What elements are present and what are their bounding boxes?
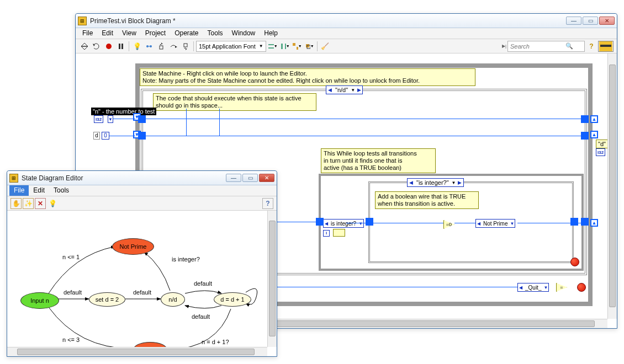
main-titlebar: ⊞ PrimeTest.vi Block Diagram * — ▭ ✕ <box>76 14 617 28</box>
svg-marker-10 <box>160 42 163 45</box>
tunnel-3[interactable] <box>316 218 324 226</box>
menu-edit[interactable]: Edit <box>97 28 118 39</box>
shift-reg-right-2[interactable]: ▲ <box>590 131 598 138</box>
tunnel-4[interactable] <box>366 218 373 226</box>
distribute-button[interactable]: ▼ <box>279 41 290 52</box>
state-input-n[interactable]: Input n <box>20 292 59 309</box>
search-input[interactable] <box>510 43 565 50</box>
font-selector[interactable]: 15pt Application Font ▼ <box>196 41 266 52</box>
editor-titlebar: ⊞ State Diagram Editor — ▭ ✕ <box>7 171 277 185</box>
case-selector-inner[interactable]: ◀ "is integer?" ▼ ▶ <box>407 178 464 187</box>
tunnel-5[interactable] <box>570 218 578 226</box>
terminal-d[interactable]: d <box>93 132 100 140</box>
editor-close-button[interactable]: ✕ <box>259 174 274 182</box>
new-transition-button[interactable]: ✨ <box>23 198 34 209</box>
abort-button[interactable] <box>103 41 114 52</box>
state-dd1[interactable]: d = d + 1 <box>214 292 251 307</box>
svg-rect-18 <box>293 43 295 46</box>
vi-icon[interactable] <box>598 41 614 52</box>
retain-wire-button[interactable] <box>144 41 155 52</box>
case-selector-outer[interactable]: ◀ "n/d" ▼ ▶ <box>326 85 363 94</box>
menu-operate[interactable]: Operate <box>170 28 203 39</box>
menu-view[interactable]: View <box>118 28 141 39</box>
run-button[interactable] <box>79 41 90 52</box>
n-dropdown-icon[interactable]: ▼ <box>108 115 113 123</box>
editor-menu-tools[interactable]: Tools <box>49 185 73 196</box>
editor-scrollbar-h[interactable] <box>7 347 267 356</box>
label-n-le-1: n <= 1 <box>62 254 80 260</box>
step-out-button[interactable] <box>180 41 191 52</box>
editor-help-button[interactable]: ? <box>262 198 273 209</box>
search-icon: 🔍 <box>565 42 573 50</box>
highlight-button[interactable]: 💡 <box>131 41 142 52</box>
delete-button[interactable]: ✕ <box>35 198 46 209</box>
shift-reg-right-1[interactable]: ▲ <box>590 115 598 123</box>
constant-zero[interactable]: 0 <box>102 132 109 140</box>
editor-scrollbar-v[interactable] <box>267 211 277 347</box>
tunnel-7[interactable] <box>581 115 589 123</box>
comment-code-space: The code that should execute when this s… <box>153 93 316 111</box>
editor-menu-edit[interactable]: Edit <box>29 185 49 196</box>
search-box[interactable]: 🔍 <box>507 41 585 52</box>
reorder-button[interactable]: ▼ <box>304 41 315 52</box>
node-not-prime[interactable]: ◀ Not Prime ▼ <box>475 219 515 228</box>
tunnel-1[interactable] <box>138 115 146 123</box>
cleanup-button[interactable]: 🧹 <box>320 41 331 52</box>
editor-maximize-button[interactable]: ▭ <box>242 174 258 182</box>
ring-left-icon[interactable]: ◀ <box>324 221 329 226</box>
quit-dropdown-icon[interactable]: ▼ <box>543 285 548 290</box>
tunnel-2[interactable] <box>138 132 146 140</box>
terminal-n-i32[interactable]: I32 <box>94 115 103 123</box>
menu-window[interactable]: Window <box>228 28 260 39</box>
node-is-integer[interactable]: ◀ is integer? ▼ <box>323 219 364 228</box>
menu-file[interactable]: File <box>78 28 97 39</box>
minimize-button[interactable]: — <box>566 17 581 25</box>
run-cont-button[interactable] <box>91 41 102 52</box>
iteration-terminal[interactable]: i <box>323 230 330 237</box>
svg-rect-15 <box>268 47 274 49</box>
terminal-d-i32[interactable]: I32 <box>596 148 605 156</box>
editor-menu-file[interactable]: File <box>9 185 29 196</box>
new-state-button[interactable]: ✋ <box>10 198 22 209</box>
editor-menubar: File Edit Tools <box>7 185 277 196</box>
step-into-button[interactable] <box>156 41 167 52</box>
svg-rect-23 <box>600 45 611 47</box>
editor-minimize-button[interactable]: — <box>226 174 241 182</box>
font-selector-label: 15pt Application Font <box>199 43 256 50</box>
menu-tools[interactable]: Tools <box>203 28 228 39</box>
outer-stop-terminal[interactable] <box>577 283 586 292</box>
main-scrollbar-v[interactable] <box>607 53 617 319</box>
help-button[interactable]: ? <box>586 41 597 52</box>
idea-button[interactable]: 💡 <box>47 198 58 209</box>
inner-case-next-icon[interactable]: ▶ <box>457 180 463 185</box>
increment-node[interactable] <box>333 229 345 237</box>
state-diagram-canvas[interactable]: Input n set d = 2 n/d d = d + 1 Not Prim… <box>7 211 277 356</box>
close-button[interactable]: ✕ <box>599 17 615 25</box>
notprime-dropdown-icon[interactable]: ▼ <box>509 221 515 226</box>
case-dropdown-icon[interactable]: ▼ <box>350 88 356 93</box>
case-prev-icon[interactable]: ◀ <box>326 87 333 93</box>
shift-reg-right-3[interactable]: ▲ <box>590 219 598 227</box>
tunnel-8[interactable] <box>581 132 589 140</box>
pause-button[interactable] <box>115 41 126 52</box>
state-nd[interactable]: n/d <box>161 292 185 307</box>
node-quit[interactable]: ◀ _Quit_ ▼ <box>517 283 549 292</box>
quit-left-icon[interactable]: ◀ <box>518 285 523 290</box>
label-default-4: default <box>192 313 210 320</box>
notprime-left-icon[interactable]: ◀ <box>476 221 482 226</box>
menu-help[interactable]: Help <box>260 28 282 39</box>
tunnel-6[interactable] <box>581 218 589 226</box>
menu-project[interactable]: Project <box>141 28 170 39</box>
inner-stop-terminal[interactable] <box>570 258 579 266</box>
align-button[interactable]: ▼ <box>267 41 278 52</box>
ring-dropdown-icon[interactable]: ▼ <box>358 221 363 226</box>
state-set-d[interactable]: set d = 2 <box>89 292 125 307</box>
inner-case-dropdown-icon[interactable]: ▼ <box>451 180 457 185</box>
step-over-button[interactable] <box>168 41 179 52</box>
case-next-icon[interactable]: ▶ <box>356 87 362 93</box>
comment-transitions: This While loop tests all transitions in… <box>321 148 436 173</box>
resize-button[interactable]: ▼ <box>292 41 303 52</box>
inner-case-prev-icon[interactable]: ◀ <box>408 180 414 185</box>
state-not-prime[interactable]: Not Prime <box>112 238 154 255</box>
maximize-button[interactable]: ▭ <box>583 17 598 25</box>
